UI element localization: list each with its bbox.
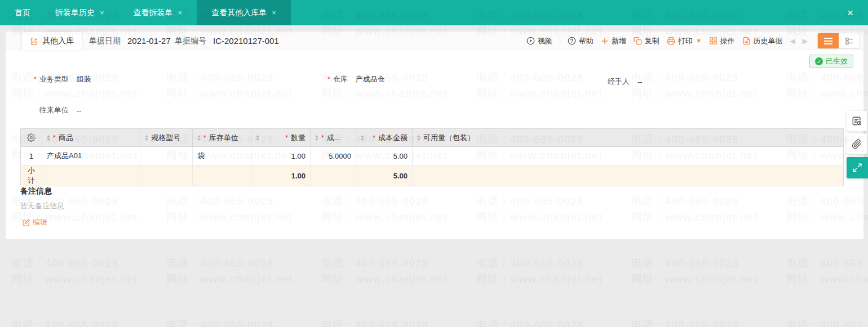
history-docs-button[interactable]: 历史单据 — [742, 36, 783, 46]
edit-icon — [23, 219, 30, 226]
sort-icon[interactable] — [47, 135, 50, 141]
plus-icon — [601, 37, 609, 45]
remarks-edit-button[interactable]: 编辑 — [23, 217, 47, 227]
counterparty-label: 往来单位 — [39, 105, 69, 115]
required-asterisk: * — [34, 75, 37, 83]
close-icon[interactable]: × — [847, 0, 853, 25]
fullscreen-button[interactable] — [847, 157, 868, 178]
gear-icon[interactable] — [25, 133, 37, 142]
add-button[interactable]: 新增 — [601, 36, 626, 46]
nav-tab-label: 查看其他入库单 — [211, 8, 267, 18]
help-button[interactable]: 帮助 — [568, 36, 594, 46]
help-label: 帮助 — [579, 36, 594, 46]
doc-date-field: 单据日期 2021-01-27 — [89, 32, 171, 50]
document-icon — [742, 37, 751, 45]
cell-available — [413, 147, 844, 165]
sort-icon[interactable] — [145, 135, 148, 141]
biz-type-label: 业务类型 — [39, 74, 69, 84]
column-settings-header[interactable] — [21, 129, 42, 147]
cell-unit: 袋 — [193, 147, 251, 165]
subtotal-label: 小计 — [21, 165, 42, 186]
video-button[interactable]: 视频 — [526, 36, 552, 46]
list-view-button[interactable] — [818, 33, 839, 48]
doc-type-label: 其他入库 — [42, 36, 74, 46]
items-table: *商品 规格型号 *库存单位 *数量 — [20, 128, 844, 186]
remarks-edit-label: 编辑 — [33, 217, 47, 227]
history-docs-label: 历史单据 — [754, 36, 783, 46]
handler-label: 经手人 — [608, 77, 630, 87]
status-badge: ✓ 已生效 — [809, 55, 853, 68]
close-icon[interactable]: × — [272, 9, 276, 16]
nav-tab-view-other-inbound[interactable]: 查看其他入库单 × — [197, 0, 291, 25]
nav-tab-home[interactable]: 首页 — [5, 0, 41, 25]
column-header-cost-amount[interactable]: *成本金额 — [356, 129, 413, 147]
actions-label: 操作 — [720, 36, 735, 46]
app-window: 首页 拆装单历史 × 查看拆装单 × 查看其他入库单 × × — [0, 0, 868, 327]
sort-icon[interactable] — [417, 135, 420, 141]
view-toggle — [817, 33, 860, 49]
sort-icon[interactable] — [361, 135, 364, 141]
row-index: 1 — [21, 147, 42, 165]
cell-product: 产成品A01 — [42, 147, 140, 165]
subtotal-row: 小计 1.00 5.00 — [21, 165, 844, 186]
column-header-available[interactable]: 可用量（包装） — [413, 129, 844, 147]
copy-label: 复制 — [645, 36, 659, 46]
subtotal-qty: 1.00 — [251, 165, 311, 186]
expand-icon — [852, 163, 862, 173]
biz-type-field: * 业务类型 组装 — [34, 74, 91, 84]
side-tool-panel — [847, 111, 868, 178]
list-view-icon — [824, 38, 832, 44]
handler-value: -- — [637, 78, 643, 86]
sort-icon[interactable] — [315, 135, 318, 141]
doc-number-label: 单据编号 — [175, 36, 206, 46]
handler-field: 经手人 -- — [608, 77, 643, 87]
nav-tab-view-disassembly[interactable]: 查看拆装单 × — [119, 0, 197, 25]
table-header-row: *商品 规格型号 *库存单位 *数量 — [21, 129, 844, 147]
subtotal-empty — [413, 165, 844, 186]
sort-icon[interactable] — [197, 135, 201, 141]
column-header-spec[interactable]: 规格型号 — [140, 129, 193, 147]
table-row[interactable]: 1 产成品A01 袋 1.00 5.0000 5.00 — [21, 147, 844, 165]
sort-icon[interactable] — [256, 135, 259, 141]
copy-button[interactable]: 复制 — [634, 36, 659, 46]
cell-cost-amount: 5.00 — [356, 147, 413, 165]
form-view-icon — [845, 37, 854, 46]
next-doc-icon[interactable]: ▶ — [803, 37, 808, 45]
actions-button[interactable]: 操作 — [709, 36, 735, 46]
column-header-product[interactable]: *商品 — [42, 129, 140, 147]
doc-type-tab[interactable]: 其他入库 — [21, 32, 82, 50]
close-icon[interactable]: × — [100, 9, 104, 16]
column-header-cost-price[interactable]: *成... — [311, 129, 356, 147]
warehouse-field: * 仓库 产成品仓 — [327, 74, 385, 84]
subtotal-empty — [140, 165, 193, 186]
cell-qty: 1.00 — [251, 147, 311, 165]
form-view-button[interactable] — [839, 33, 860, 48]
subtotal-empty — [42, 165, 140, 186]
nav-tab-label: 查看拆装单 — [134, 8, 173, 18]
close-icon[interactable]: × — [178, 9, 183, 16]
column-header-qty[interactable]: *数量 — [251, 129, 311, 147]
cell-spec — [140, 147, 193, 165]
doc-history-button[interactable] — [847, 111, 867, 131]
video-label: 视频 — [538, 36, 552, 46]
print-button[interactable]: 打印 ▼ — [667, 36, 702, 46]
attachment-button[interactable] — [847, 134, 867, 154]
nav-tab-disassembly-history[interactable]: 拆装单历史 × — [41, 0, 119, 25]
column-header-unit[interactable]: *库存单位 — [193, 129, 251, 147]
chevron-down-icon[interactable]: ▼ — [696, 38, 702, 44]
grid-icon — [709, 37, 718, 45]
doc-number-value: IC-20210127-001 — [213, 36, 279, 46]
counterparty-field: * 往来单位 -- — [34, 105, 81, 115]
main-panel: 其他入库 单据日期 2021-01-27 单据编号 IC-20210127-00… — [6, 32, 863, 239]
subtotal-empty — [311, 165, 356, 186]
warehouse-value: 产成品仓 — [356, 74, 385, 84]
play-circle-icon — [526, 37, 535, 45]
prev-doc-icon[interactable]: ◀ — [790, 37, 795, 45]
counterparty-value: -- — [77, 106, 82, 115]
doc-number-field: 单据编号 IC-20210127-001 — [175, 32, 279, 50]
document-toolbar: 其他入库 单据日期 2021-01-27 单据编号 IC-20210127-00… — [6, 32, 863, 50]
status-badge-label: 已生效 — [826, 56, 848, 66]
required-asterisk: * — [327, 75, 330, 83]
add-label: 新增 — [612, 36, 626, 46]
remarks-title: 备注信息 — [20, 186, 52, 196]
